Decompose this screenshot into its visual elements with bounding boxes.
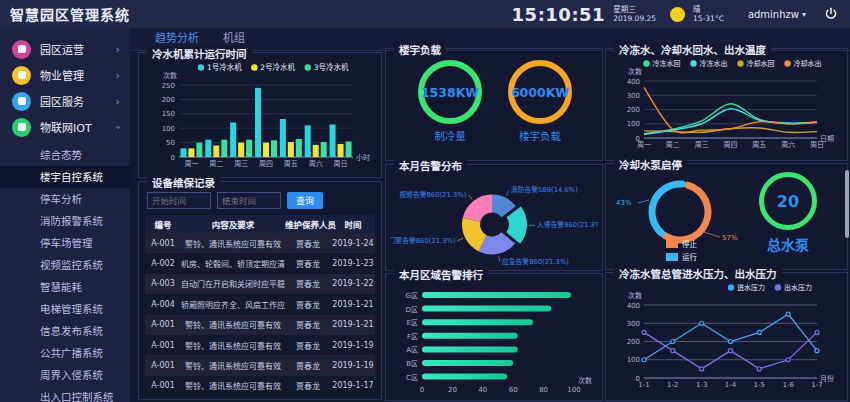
sidebar-subitem[interactable]: 消防报警系统 [0,210,130,232]
svg-text:40: 40 [478,386,487,394]
table-cell: A-001 [145,381,181,390]
svg-text:57%: 57% [722,234,738,242]
sidebar-subitem[interactable]: 出入口控制系统 [0,386,130,402]
chevron-right-icon: › [116,96,120,107]
svg-text:应急告警860(21.3%): 应急告警860(21.3%) [502,257,569,266]
table-row[interactable]: A-001警铃、通讯系统应可靠有效贾春龙2019-1-17 [145,376,375,395]
column-header: 编号 [145,218,181,230]
sidebar-section-0[interactable]: 园区运营 › [0,36,130,62]
end-time-input[interactable] [217,192,281,209]
table-cell: 贾春龙 [285,278,331,289]
app-title: 智慧园区管理系统 [10,4,130,24]
sidebar-subitem[interactable]: 公共广播系统 [0,342,130,364]
panel-building-load: 楼宇负载 1538KW 制冷量 6000KW 楼宇负载 [385,48,603,161]
table-row[interactable]: A-004轿厢照明应齐全、风扇工作应正常贾春龙2019-1-21 [145,294,375,314]
table-cell: A-001 [145,239,181,248]
svg-text:150: 150 [162,110,175,118]
table-cell: 2019-1-23 [331,259,375,268]
svg-text:200: 200 [162,96,175,104]
cooling-capacity-ring: 1538KW [418,60,482,124]
svg-text:1-3: 1-3 [696,381,707,389]
panel-title: 冷冻水、冷却水回水、出水温度 [614,42,771,57]
table-row[interactable]: A-003自动门在开启和关闭时应平稳无震荡贾春龙2019-1-22 [145,274,375,294]
table-row[interactable]: A-001警铃、通讯系统应可靠有效贾春龙2019-1-24 [145,233,375,253]
svg-text:20: 20 [448,386,457,394]
svg-text:周一: 周一 [184,160,198,168]
sidebar-submenu: 综合态势楼宇自控系统停车分析消防报警系统停车场管理视频监控系统智慧能耗电梯管理系… [0,144,130,402]
column-header: 时间 [331,218,375,230]
table-cell: 警铃、通讯系统应可靠有效 [181,380,285,391]
panel-title: 楼宇负载 [394,42,446,57]
table-row[interactable]: A-001警铃、通讯系统应可靠有效贾春龙2019-1-19 [145,355,375,375]
svg-text:视频告警860(21.3%): 视频告警860(21.3%) [399,190,466,199]
sidebar-section-label: 园区服务 [40,93,107,109]
total-pump-label: 总水泵 [767,234,809,254]
sidebar-subitem[interactable]: 楼宇自控系统 [0,166,130,188]
svg-text:周三: 周三 [695,141,709,149]
panel-pipe-pressure: 冷冻水管总管进水压力、出水压力 进水压力出水压力0100200300400次数月… [605,272,848,401]
table-cell: A-004 [145,300,181,309]
svg-text:周五: 周五 [284,160,298,168]
panel-chiller-runtime: 冷水机累计运行时间 1号冷水机2号冷水机3号冷水机050100150200250… [138,52,382,178]
chiller-runtime-bar-chart: 1号冷水机2号冷水机3号冷水机050100150200250次数小时周一周二周三… [143,57,377,175]
sidebar-subitem[interactable]: 周界入侵系统 [0,364,130,386]
svg-text:G区: G区 [406,292,418,300]
table-cell: A-001 [145,320,181,329]
sidebar-section-2[interactable]: 园区服务 › [0,88,130,114]
sidebar-section-3[interactable]: 物联网IOT › [0,114,130,140]
chevron-down-icon: › [112,125,123,129]
power-icon [824,7,838,21]
table-row[interactable]: A-002机房、轮毂间、轿顶定期应清理贾春龙2019-1-23 [145,253,375,273]
table-cell: A-003 [145,279,181,288]
svg-text:100: 100 [627,356,640,364]
table-row[interactable]: A-001警铃、通讯系统应可靠有效贾春龙2019-1-21 [145,315,375,335]
sidebar: 园区运营 › 物业管理 › 园区服务 › 物联网IOT › 综合态势楼宇自控系统… [0,28,130,402]
table-header-row: 编号内容及要求维护保养人员时间 [145,215,375,233]
svg-text:100: 100 [162,125,175,133]
table-cell: 贾春龙 [285,360,331,371]
sidebar-subitem[interactable]: 视频监控系统 [0,254,130,276]
table-row[interactable]: A-001警铃、通讯系统应可靠有效贾春龙2019-1-19 [145,335,375,355]
svg-text:0: 0 [420,386,424,394]
panel-cooling-pump-status: 冷却水泵启停 43%57%停止运行 20 总水泵 [605,163,848,270]
svg-text:F区: F区 [407,333,418,341]
start-time-input[interactable] [147,192,211,209]
caret-down-icon: ▾ [802,10,806,19]
building-load-value: 6000KW [511,85,569,100]
sidebar-subitem[interactable]: 智慧能耗 [0,276,130,298]
svg-text:43%: 43% [616,199,632,207]
panel-maintenance-records: 设备维保记录 查询 编号内容及要求维护保养人员时间A-001警铃、通讯系统应可靠… [138,181,382,400]
sidebar-subitem[interactable]: 电梯管理系统 [0,298,130,320]
svg-text:2号冷水机: 2号冷水机 [260,62,295,72]
query-button[interactable]: 查询 [287,192,323,209]
svg-text:D区: D区 [406,306,418,314]
svg-text:停止: 停止 [682,239,697,249]
sidebar-section-1[interactable]: 物业管理 › [0,62,130,88]
building-load-ring: 6000KW [508,60,572,124]
table-cell: 贾春龙 [285,319,331,330]
sidebar-subitem[interactable]: 停车场管理 [0,232,130,254]
table-cell: 2019-1-24 [331,239,375,248]
table-cell: 警铃、通讯系统应可靠有效 [181,238,285,249]
sidebar-sections: 园区运营 › 物业管理 › 园区服务 › 物联网IOT › [0,36,130,140]
svg-text:3号冷水机: 3号冷水机 [314,62,349,72]
date-label: 2019.09.25 [613,14,656,23]
svg-text:周二: 周二 [209,160,223,168]
scrollbar-thumb[interactable] [845,170,849,238]
chevron-right-icon: › [116,70,120,81]
user-menu[interactable]: adminhzw ▾ [748,9,806,20]
table-cell: 2019-1-21 [331,320,375,329]
power-button[interactable] [824,7,838,21]
svg-text:小时: 小时 [356,153,370,162]
svg-text:门禁告警860(21.3%): 门禁告警860(21.3%) [390,236,456,245]
svg-text:次数: 次数 [628,291,642,300]
sidebar-subitem[interactable]: 综合态势 [0,144,130,166]
sidebar-subitem[interactable]: 停车分析 [0,188,130,210]
table-cell: 警铃、通讯系统应可靠有效 [181,340,285,351]
table-cell: 2019-1-17 [331,381,375,390]
maintenance-table: 编号内容及要求维护保养人员时间A-001警铃、通讯系统应可靠有效贾春龙2019-… [145,215,375,395]
sidebar-subitem[interactable]: 信息发布系统 [0,320,130,342]
panel-title: 冷却水泵启停 [614,157,687,172]
sidebar-section-label: 物业管理 [40,67,107,83]
svg-text:400: 400 [627,78,640,86]
